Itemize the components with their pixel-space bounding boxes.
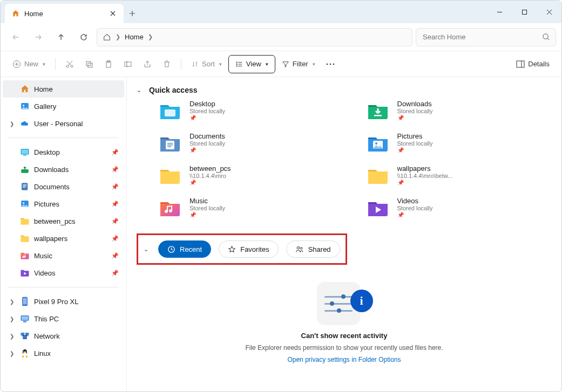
folder-icon bbox=[20, 216, 30, 226]
nav-up-button[interactable] bbox=[51, 27, 71, 47]
sidebar-item-label: Documents bbox=[34, 183, 107, 191]
item-name: Documents bbox=[189, 132, 225, 140]
sidebar-item-user-personal[interactable]: ❯User - Personal bbox=[3, 115, 124, 132]
sidebar-item-downloads[interactable]: Downloads📌 bbox=[3, 161, 124, 178]
cut-button[interactable] bbox=[61, 55, 78, 73]
view-button[interactable]: View▾ bbox=[228, 55, 275, 73]
sidebar-item-label: User - Personal bbox=[34, 120, 119, 128]
music-folder-icon bbox=[158, 197, 182, 218]
quick-access-music[interactable]: Music Stored locally 📌 bbox=[158, 197, 344, 227]
address-row: ❯ Home ❯ bbox=[1, 23, 561, 51]
chevron-right-icon: ❯ bbox=[8, 299, 16, 305]
pin-icon: 📌 bbox=[397, 115, 433, 121]
chevron-right-icon: ❯ bbox=[8, 333, 16, 339]
new-button[interactable]: New▾ bbox=[8, 55, 50, 73]
search-icon bbox=[542, 33, 550, 41]
maximize-button[interactable] bbox=[512, 1, 537, 23]
sidebar-item-videos[interactable]: Videos📌 bbox=[3, 264, 124, 281]
quick-access-header[interactable]: ⌄ Quick access bbox=[137, 86, 552, 94]
tab-home[interactable]: Home bbox=[5, 4, 124, 23]
sidebar-item-this-pc[interactable]: ❯This PC bbox=[3, 310, 124, 327]
privacy-settings-link[interactable]: Open privacy settings in Folder Options bbox=[287, 356, 401, 363]
tab-recent[interactable]: Recent bbox=[158, 240, 211, 258]
search-box[interactable] bbox=[416, 28, 556, 46]
pin-icon: 📌 bbox=[397, 180, 453, 185]
sidebar-item-label: between_pcs bbox=[34, 217, 107, 225]
svg-rect-33 bbox=[23, 321, 26, 322]
chevron-right-icon: ❯ bbox=[8, 316, 16, 322]
item-name: wallpapers bbox=[397, 164, 453, 173]
sidebar-item-network[interactable]: ❯Network bbox=[3, 327, 124, 345]
sidebar-item-gallery[interactable]: Gallery bbox=[3, 98, 124, 115]
quick-access-pictures[interactable]: Pictures Stored locally 📌 bbox=[366, 132, 552, 162]
breadcrumb[interactable]: ❯ Home ❯ bbox=[97, 28, 412, 46]
quick-access-wallpapers[interactable]: wallpapers \\10.1.4.4\mro\betw... 📌 bbox=[366, 164, 552, 195]
sidebar-item-between-pcs[interactable]: between_pcs📌 bbox=[3, 212, 124, 230]
quick-access-videos[interactable]: Videos Stored locally 📌 bbox=[366, 197, 552, 227]
sidebar-item-label: Network bbox=[34, 332, 119, 340]
sidebar-item-label: Music bbox=[34, 252, 107, 260]
svg-rect-25 bbox=[23, 186, 26, 187]
sidebar-item-home[interactable]: Home bbox=[3, 80, 124, 98]
svg-rect-32 bbox=[22, 317, 28, 320]
titlebar: Home bbox=[1, 1, 561, 23]
svg-rect-44 bbox=[167, 143, 173, 144]
more-button[interactable] bbox=[322, 55, 339, 73]
empty-state-title: Can't show recent activity bbox=[301, 332, 388, 340]
search-input[interactable] bbox=[422, 32, 542, 42]
svg-point-40 bbox=[25, 351, 26, 352]
svg-rect-46 bbox=[167, 146, 171, 147]
nav-refresh-button[interactable] bbox=[74, 27, 93, 47]
empty-state-subtitle: File Explorer needs permission to show y… bbox=[245, 344, 443, 352]
tab-shared[interactable]: Shared bbox=[286, 240, 340, 258]
nav-back-button[interactable] bbox=[6, 27, 25, 47]
close-button[interactable] bbox=[537, 1, 561, 23]
svg-point-11 bbox=[236, 64, 238, 65]
minimize-button[interactable] bbox=[487, 1, 512, 23]
delete-button[interactable] bbox=[158, 55, 175, 73]
sidebar-item-label: Linux bbox=[34, 349, 119, 357]
window-controls bbox=[487, 1, 561, 23]
share-button[interactable] bbox=[139, 55, 156, 73]
quick-access-between-pcs[interactable]: between_pcs \\10.1.4.4\mro 📌 bbox=[158, 164, 344, 195]
rename-button[interactable] bbox=[119, 55, 137, 73]
nav-forward-button[interactable] bbox=[29, 27, 48, 47]
sidebar-item-documents[interactable]: Documents📌 bbox=[3, 178, 124, 195]
sidebar-item-linux[interactable]: ❯Linux bbox=[3, 345, 124, 362]
sort-button[interactable]: Sort▾ bbox=[187, 55, 226, 73]
tab-favorites[interactable]: Favorites bbox=[219, 240, 278, 258]
item-location: Stored locally bbox=[189, 108, 225, 114]
pin-icon: 📌 bbox=[111, 149, 119, 156]
chevron-down-icon: ⌄ bbox=[137, 87, 141, 94]
tab-close-button[interactable] bbox=[109, 9, 117, 18]
copy-button[interactable] bbox=[80, 55, 98, 73]
sidebar-item-wallpapers[interactable]: wallpapers📌 bbox=[3, 230, 124, 247]
sidebar-item-desktop[interactable]: Desktop📌 bbox=[3, 143, 124, 161]
quick-access-documents[interactable]: Documents Stored locally 📌 bbox=[158, 132, 344, 162]
item-location: Stored locally bbox=[189, 205, 225, 211]
new-tab-button[interactable] bbox=[124, 4, 141, 23]
paste-button[interactable] bbox=[100, 55, 117, 73]
pin-icon: 📌 bbox=[111, 201, 119, 208]
svg-rect-30 bbox=[23, 298, 26, 304]
item-location: Stored locally bbox=[397, 205, 433, 211]
quick-access-desktop[interactable]: Desktop Stored locally 📌 bbox=[158, 100, 344, 130]
svg-point-50 bbox=[297, 246, 299, 249]
quick-access-grid: Desktop Stored locally 📌 Downloads Store… bbox=[158, 100, 552, 227]
sidebar-item-pictures[interactable]: Pictures📌 bbox=[3, 195, 124, 212]
pin-icon: 📌 bbox=[189, 147, 225, 153]
svg-rect-45 bbox=[167, 145, 173, 146]
breadcrumb-home[interactable]: Home bbox=[125, 33, 144, 41]
chevron-down-icon[interactable]: ⌄ bbox=[144, 246, 148, 253]
videos-icon bbox=[20, 268, 30, 278]
quick-access-downloads[interactable]: Downloads Stored locally 📌 bbox=[366, 100, 552, 130]
sidebar-item-pixel-9-pro-xl[interactable]: ❯Pixel 9 Pro XL bbox=[3, 293, 124, 310]
svg-rect-24 bbox=[23, 184, 26, 185]
details-button[interactable]: Details bbox=[512, 55, 554, 73]
filter-button[interactable]: Filter▾ bbox=[277, 55, 320, 73]
svg-rect-23 bbox=[22, 183, 28, 190]
svg-rect-5 bbox=[86, 61, 91, 66]
sidebar-item-music[interactable]: Music📌 bbox=[3, 247, 124, 264]
folder-folder-icon bbox=[158, 164, 182, 186]
item-name: Desktop bbox=[189, 100, 225, 108]
